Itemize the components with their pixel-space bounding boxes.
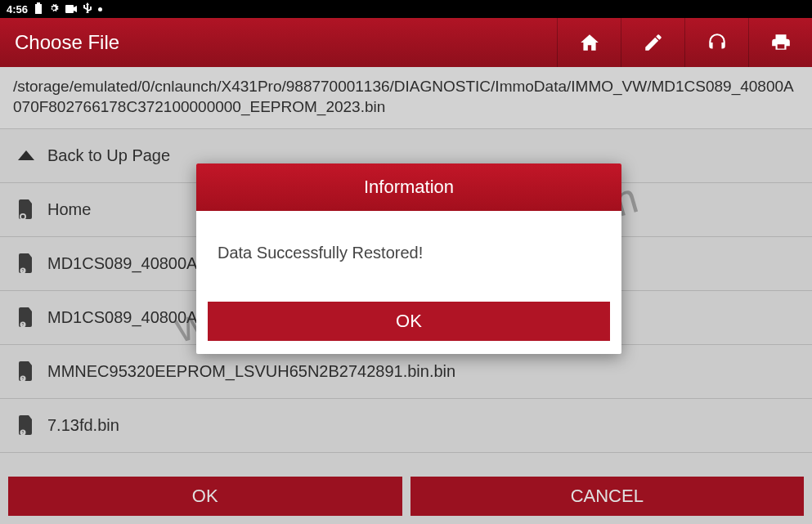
dialog-message: Data Successfully Restored! bbox=[196, 211, 621, 302]
page-title: Choose File bbox=[15, 31, 119, 54]
support-icon[interactable] bbox=[684, 18, 748, 67]
usb-icon bbox=[83, 2, 92, 16]
home-icon[interactable] bbox=[557, 18, 621, 67]
edit-icon[interactable] bbox=[621, 18, 684, 67]
dialog-title: Information bbox=[196, 163, 621, 211]
information-dialog: Information Data Successfully Restored! … bbox=[196, 163, 621, 354]
status-time: 4:56 bbox=[7, 3, 28, 16]
battery-icon bbox=[34, 2, 43, 16]
dialog-ok-button[interactable]: OK bbox=[208, 302, 610, 341]
header-icons bbox=[557, 18, 812, 67]
headerbar: Choose File bbox=[0, 18, 812, 67]
video-icon bbox=[65, 3, 77, 16]
dialog-footer: OK bbox=[196, 302, 621, 354]
statusbar: 4:56 bbox=[0, 0, 812, 18]
gear-icon bbox=[49, 3, 59, 16]
dot-icon bbox=[98, 7, 102, 11]
print-icon[interactable] bbox=[748, 18, 812, 67]
